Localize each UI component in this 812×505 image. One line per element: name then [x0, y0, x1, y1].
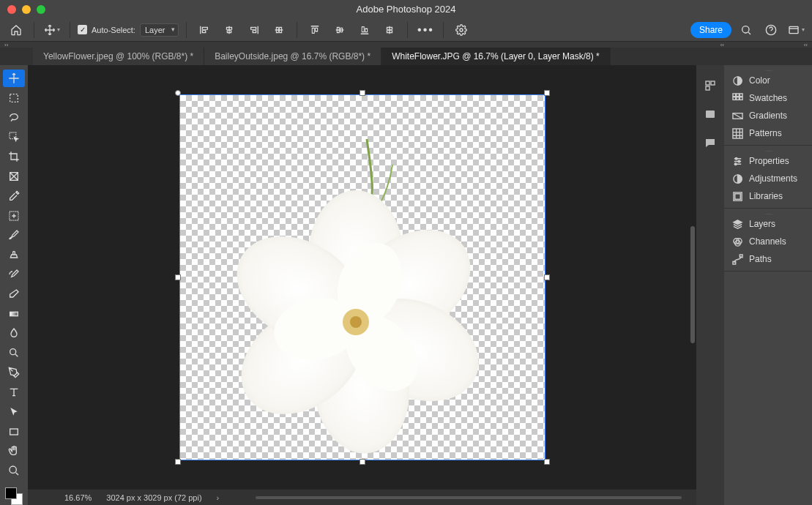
- type-tool[interactable]: [3, 384, 25, 401]
- panel-tab-patterns[interactable]: Patterns: [724, 124, 812, 142]
- crop-tool[interactable]: [3, 148, 25, 165]
- divider: [186, 22, 187, 38]
- object-selection-tool[interactable]: [3, 128, 25, 146]
- handle-bottom-left[interactable]: [175, 459, 181, 465]
- home-icon: [10, 24, 22, 36]
- collapse-far-toggle[interactable]: ‹‹: [804, 42, 808, 48]
- svg-rect-31: [740, 93, 742, 96]
- move-tool[interactable]: [3, 70, 25, 87]
- svg-rect-36: [732, 128, 742, 138]
- svg-rect-6: [10, 173, 18, 181]
- navigator-slider[interactable]: [256, 496, 682, 499]
- auto-select-checkbox[interactable]: ✓: [78, 25, 87, 34]
- frame-tool[interactable]: [3, 168, 25, 185]
- help-button[interactable]: [761, 21, 781, 39]
- svg-rect-25: [711, 81, 715, 85]
- align-bottom-button[interactable]: [354, 21, 375, 39]
- collapse-left-toggle[interactable]: ››: [4, 42, 8, 48]
- panel-label: Libraries: [749, 191, 783, 201]
- adjustments-icon: [731, 173, 743, 184]
- spot-healing-brush-tool[interactable]: [3, 207, 25, 225]
- blur-tool[interactable]: [3, 325, 25, 343]
- more-options-button[interactable]: •••: [415, 21, 436, 39]
- panel-label: Channels: [749, 236, 786, 247]
- align-right-button[interactable]: [244, 21, 264, 39]
- history-brush-tool[interactable]: [3, 266, 25, 283]
- move-tool-indicator[interactable]: ▾: [42, 21, 62, 39]
- handle-top-left[interactable]: [175, 90, 181, 96]
- path-selection-tool[interactable]: [3, 403, 25, 421]
- distribute-h-button[interactable]: [269, 21, 289, 39]
- align-center-h-button[interactable]: [219, 21, 239, 39]
- svg-rect-26: [706, 86, 709, 90]
- svg-rect-7: [10, 212, 18, 220]
- svg-rect-42: [734, 193, 740, 199]
- rectangle-tool[interactable]: [3, 423, 25, 441]
- align-top-button[interactable]: [305, 21, 325, 39]
- panel-tab-gradients[interactable]: Gradients: [724, 107, 812, 124]
- document-tab[interactable]: YellowFlower.jpeg @ 100% (RGB/8*) *: [33, 48, 204, 65]
- handle-top-middle[interactable]: [360, 90, 365, 96]
- dodge-tool[interactable]: [3, 344, 25, 362]
- panel-tab-color[interactable]: Color: [724, 72, 812, 89]
- maximize-window-button[interactable]: [37, 5, 45, 14]
- home-button[interactable]: [6, 21, 26, 39]
- collapse-right-toggle[interactable]: ‹‹: [720, 42, 724, 48]
- handle-bottom-middle[interactable]: [360, 459, 365, 465]
- document-canvas[interactable]: [179, 94, 545, 460]
- handle-bottom-right[interactable]: [544, 459, 550, 465]
- panel-tab-channels[interactable]: Channels: [724, 233, 812, 250]
- handle-middle-right[interactable]: [544, 274, 550, 280]
- panel-tab-paths[interactable]: Paths: [724, 250, 812, 268]
- panel-icon-comments[interactable]: [704, 137, 716, 151]
- align-left-button[interactable]: [194, 21, 215, 39]
- close-window-button[interactable]: [7, 5, 16, 14]
- panel-tab-swatches[interactable]: Swatches: [724, 89, 812, 107]
- svg-rect-46: [732, 261, 735, 264]
- chevron-down-icon: ▾: [57, 26, 60, 33]
- svg-rect-27: [706, 111, 715, 118]
- settings-button[interactable]: [451, 21, 472, 39]
- clone-stamp-tool[interactable]: [3, 246, 25, 263]
- svg-rect-47: [740, 254, 742, 257]
- eyedropper-tool[interactable]: [3, 187, 25, 205]
- search-button[interactable]: [736, 21, 756, 39]
- panel-label: Paths: [749, 254, 772, 264]
- brush-tool[interactable]: [3, 227, 25, 244]
- divider: [297, 22, 297, 38]
- transform-bounding-box[interactable]: [178, 93, 547, 462]
- handle-top-right[interactable]: [544, 90, 550, 96]
- lasso-tool[interactable]: [3, 109, 25, 127]
- distribute-v-button[interactable]: [379, 21, 400, 39]
- vertical-scrollbar[interactable]: [690, 226, 695, 343]
- canvas-viewport[interactable]: [28, 65, 696, 489]
- panel-icon-histogram[interactable]: [704, 80, 716, 94]
- panel-icon-history[interactable]: [704, 108, 716, 122]
- handle-middle-left[interactable]: [175, 274, 181, 280]
- doc-info[interactable]: 3024 px x 3029 px (72 ppi): [106, 493, 201, 502]
- document-tab[interactable]: WhiteFlower.JPG @ 16.7% (Layer 0, Layer …: [381, 48, 611, 65]
- status-chevron-icon[interactable]: ›: [217, 493, 220, 502]
- share-button[interactable]: Share: [690, 22, 731, 38]
- panel-tab-adjustments[interactable]: Adjustments: [724, 170, 812, 187]
- foreground-background-swatches[interactable]: [5, 487, 23, 505]
- panel-group: PropertiesAdjustmentsLibraries: [724, 146, 812, 209]
- foreground-color-swatch[interactable]: [5, 487, 17, 499]
- eraser-tool[interactable]: [3, 285, 25, 303]
- panel-tab-libraries[interactable]: Libraries: [724, 187, 812, 205]
- zoom-tool[interactable]: [3, 462, 25, 479]
- align-middle-v-button[interactable]: [329, 21, 350, 39]
- hand-tool[interactable]: [3, 442, 25, 460]
- panel-tab-properties[interactable]: Properties: [724, 152, 812, 170]
- pen-tool[interactable]: [3, 364, 25, 381]
- auto-select-scope-select[interactable]: Layer: [140, 23, 179, 37]
- gradient-tool[interactable]: [3, 305, 25, 323]
- document-tab[interactable]: BaileyOutside.jpeg @ 16.7% (RGB/8*) *: [204, 48, 381, 65]
- auto-select-label: Auto-Select:: [92, 26, 135, 34]
- workspace-switcher-button[interactable]: ▾: [786, 21, 806, 39]
- panel-tab-layers[interactable]: Layers: [724, 215, 812, 233]
- rectangular-marquee-tool[interactable]: [3, 89, 25, 107]
- svg-rect-41: [733, 192, 741, 200]
- zoom-level[interactable]: 16.67%: [64, 493, 92, 502]
- minimize-window-button[interactable]: [22, 5, 31, 14]
